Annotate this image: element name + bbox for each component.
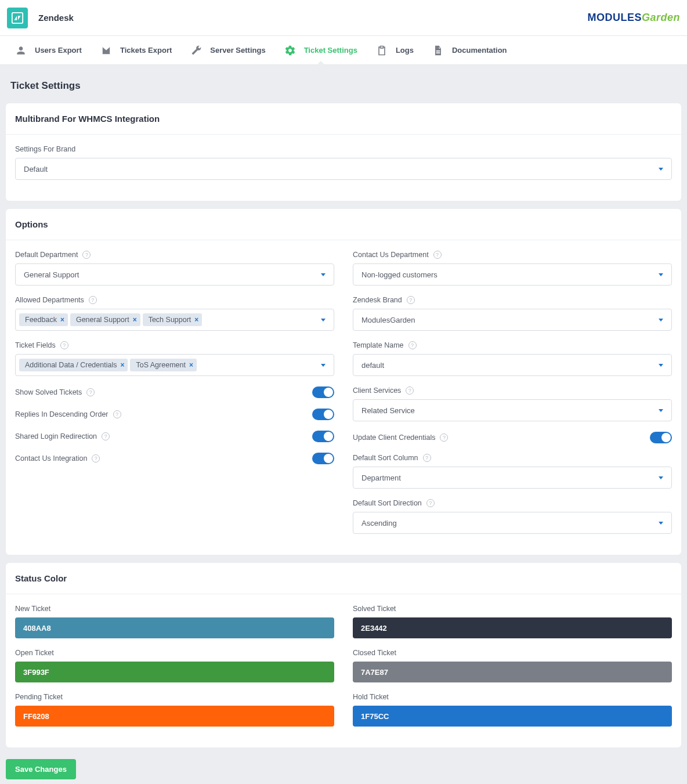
- help-icon[interactable]: ?: [406, 386, 414, 395]
- app-header: Zendesk MODULESGarden: [0, 0, 687, 36]
- main-nav: Users Export Tickets Export Server Setti…: [0, 36, 687, 65]
- select-value: Related Service: [361, 406, 415, 415]
- client-services-label: Client Services: [353, 386, 401, 395]
- allowed-departments-label: Allowed Departments: [15, 296, 84, 304]
- template-name-select[interactable]: default: [353, 354, 672, 376]
- card-title: Multibrand For WHMCS Integration: [6, 103, 681, 135]
- default-sort-column-select[interactable]: Department: [353, 467, 672, 489]
- chevron-down-icon: [659, 319, 663, 321]
- pending-ticket-color-input[interactable]: FF6208: [15, 706, 334, 727]
- shared-login-label: Shared Login Redirection: [15, 432, 97, 440]
- help-icon[interactable]: ?: [408, 341, 417, 349]
- select-value: default: [361, 361, 384, 370]
- ticket-fields-label: Ticket Fields: [15, 341, 56, 349]
- contact-us-integration-toggle[interactable]: [312, 453, 334, 464]
- hold-ticket-color-input[interactable]: 1F75CC: [353, 706, 672, 727]
- shared-login-toggle[interactable]: [312, 431, 334, 442]
- help-icon[interactable]: ?: [423, 454, 431, 462]
- tag-remove-icon[interactable]: ×: [60, 316, 64, 324]
- nav-label: Users Export: [35, 46, 82, 55]
- new-ticket-label: New Ticket: [15, 605, 334, 613]
- new-ticket-color-input[interactable]: 408AA8: [15, 617, 334, 638]
- document-icon: [432, 45, 444, 56]
- nav-users-export[interactable]: Users Export: [6, 36, 91, 65]
- contact-us-department-label: Contact Us Department: [353, 251, 429, 259]
- show-solved-tickets-toggle[interactable]: [312, 386, 334, 398]
- chevron-down-icon: [659, 364, 663, 367]
- svg-rect-0: [12, 12, 23, 23]
- save-changes-button[interactable]: Save Changes: [6, 759, 76, 779]
- open-ticket-color-input[interactable]: 3F993F: [15, 662, 334, 682]
- select-value: General Support: [24, 270, 79, 279]
- nav-label: Server Settings: [210, 46, 265, 55]
- gear-icon: [284, 45, 296, 56]
- default-sort-direction-label: Default Sort Direction: [353, 499, 422, 507]
- ticket-fields-select[interactable]: Additional Data / Credentials× ToS Agree…: [15, 354, 334, 376]
- help-icon[interactable]: ?: [60, 341, 68, 349]
- default-sort-column-label: Default Sort Column: [353, 454, 418, 462]
- help-icon[interactable]: ?: [113, 410, 121, 418]
- page-content: Ticket Settings Multibrand For WHMCS Int…: [0, 65, 687, 784]
- help-icon[interactable]: ?: [92, 454, 100, 463]
- help-icon[interactable]: ?: [440, 433, 448, 442]
- help-icon[interactable]: ?: [89, 296, 97, 304]
- wrench-icon: [190, 45, 202, 56]
- solved-ticket-label: Solved Ticket: [353, 605, 672, 613]
- brand-logo: MODULESGarden: [587, 12, 680, 24]
- select-value: Department: [361, 474, 401, 482]
- contact-us-integration-label: Contact Us Integration: [15, 454, 87, 463]
- nav-documentation[interactable]: Documentation: [423, 36, 516, 65]
- settings-for-brand-select[interactable]: Default: [15, 158, 672, 180]
- default-sort-direction-select[interactable]: Ascending: [353, 512, 672, 534]
- help-icon[interactable]: ?: [82, 251, 91, 259]
- closed-ticket-label: Closed Ticket: [353, 649, 672, 657]
- help-icon[interactable]: ?: [407, 296, 415, 304]
- hold-ticket-label: Hold Ticket: [353, 693, 672, 701]
- chevron-down-icon: [321, 273, 326, 276]
- zendesk-brand-select[interactable]: ModulesGarden: [353, 309, 672, 331]
- help-icon[interactable]: ?: [102, 432, 110, 440]
- update-client-credentials-toggle[interactable]: [650, 432, 672, 443]
- zendesk-brand-label: Zendesk Brand: [353, 296, 402, 304]
- template-name-label: Template Name: [353, 341, 404, 349]
- nav-ticket-settings[interactable]: Ticket Settings: [275, 36, 367, 65]
- show-solved-tickets-label: Show Solved Tickets: [15, 388, 82, 396]
- app-title: Zendesk: [38, 13, 74, 23]
- card-title: Options: [6, 209, 681, 240]
- help-icon[interactable]: ?: [433, 251, 442, 259]
- client-services-select[interactable]: Related Service: [353, 399, 672, 421]
- tag-tech-support: Tech Support×: [143, 313, 203, 326]
- settings-for-brand-label: Settings For Brand: [15, 145, 672, 153]
- tag-remove-icon[interactable]: ×: [189, 361, 193, 369]
- replies-descending-label: Replies In Descending Order: [15, 410, 109, 418]
- nav-server-settings[interactable]: Server Settings: [181, 36, 274, 65]
- nav-label: Tickets Export: [120, 46, 172, 55]
- chevron-down-icon: [321, 364, 326, 367]
- tag-remove-icon[interactable]: ×: [120, 361, 124, 369]
- nav-label: Ticket Settings: [304, 46, 357, 55]
- help-icon[interactable]: ?: [426, 499, 435, 507]
- pending-ticket-label: Pending Ticket: [15, 693, 334, 701]
- allowed-departments-select[interactable]: Feedback× General Support× Tech Support×: [15, 309, 334, 331]
- chevron-down-icon: [659, 522, 663, 525]
- update-client-credentials-label: Update Client Credentials: [353, 433, 435, 442]
- tag-remove-icon[interactable]: ×: [133, 316, 137, 324]
- select-value: Ascending: [361, 519, 397, 528]
- chevron-down-icon: [321, 319, 326, 321]
- nav-tickets-export[interactable]: Tickets Export: [91, 36, 181, 65]
- default-department-select[interactable]: General Support: [15, 263, 334, 286]
- chevron-down-icon: [659, 273, 663, 276]
- tag-general-support: General Support×: [70, 313, 140, 326]
- card-title: Status Color: [6, 563, 681, 594]
- select-value: Non-logged customers: [361, 270, 437, 279]
- tag-remove-icon[interactable]: ×: [194, 316, 198, 324]
- closed-ticket-color-input[interactable]: 7A7E87: [353, 662, 672, 682]
- solved-ticket-color-input[interactable]: 2E3442: [353, 617, 672, 638]
- person-icon: [15, 45, 27, 56]
- chevron-down-icon: [659, 168, 663, 171]
- contact-us-department-select[interactable]: Non-logged customers: [353, 263, 672, 286]
- help-icon[interactable]: ?: [86, 388, 95, 396]
- replies-descending-toggle[interactable]: [312, 409, 334, 420]
- nav-logs[interactable]: Logs: [367, 36, 423, 65]
- tag-tos-agreement: ToS Agreement×: [130, 359, 196, 371]
